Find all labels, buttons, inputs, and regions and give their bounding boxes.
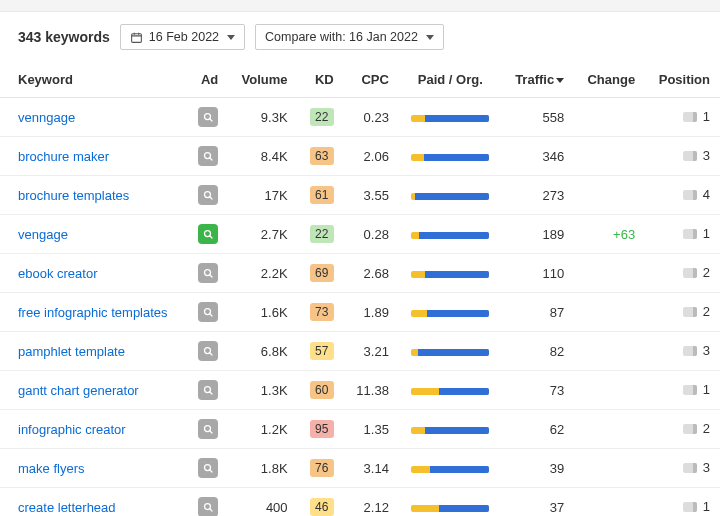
date-picker-label: 16 Feb 2022 [149, 30, 219, 44]
cell-cpc: 2.68 [344, 254, 399, 293]
col-paid-org[interactable]: Paid / Org. [399, 64, 502, 98]
cell-traffic: 346 [502, 137, 574, 176]
kd-badge: 22 [310, 108, 334, 126]
kd-badge: 57 [310, 342, 334, 360]
keyword-count: 343 keywords [18, 29, 110, 45]
table-row: free infographic templates1.6K731.89872 [0, 293, 720, 332]
cell-volume: 9.3K [228, 98, 297, 137]
col-position[interactable]: Position [645, 64, 720, 98]
col-ad[interactable]: Ad [186, 64, 228, 98]
keyword-link[interactable]: gantt chart generator [18, 383, 139, 398]
ad-icon[interactable] [198, 341, 218, 361]
cell-cpc: 2.12 [344, 488, 399, 517]
serp-chip-icon[interactable] [683, 502, 697, 512]
cell-change [574, 254, 645, 293]
paid-org-bar [411, 115, 489, 122]
keyword-link[interactable]: make flyers [18, 461, 84, 476]
cell-traffic: 558 [502, 98, 574, 137]
kd-badge: 46 [310, 498, 334, 516]
cell-traffic: 82 [502, 332, 574, 371]
ad-icon[interactable] [198, 419, 218, 439]
table-row: create letterhead400462.12371 [0, 488, 720, 517]
keyword-link[interactable]: free infographic templates [18, 305, 168, 320]
cell-change [574, 449, 645, 488]
cell-change [574, 137, 645, 176]
serp-chip-icon[interactable] [683, 307, 697, 317]
keyword-link[interactable]: ebook creator [18, 266, 98, 281]
kd-badge: 73 [310, 303, 334, 321]
paid-org-bar [411, 310, 489, 317]
cell-traffic: 39 [502, 449, 574, 488]
cell-traffic: 189 [502, 215, 574, 254]
serp-chip-icon[interactable] [683, 151, 697, 161]
serp-chip-icon[interactable] [683, 112, 697, 122]
col-kd[interactable]: KD [298, 64, 344, 98]
toolbar: 343 keywords 16 Feb 2022 Compare with: 1… [0, 12, 720, 64]
col-change[interactable]: Change [574, 64, 645, 98]
cell-change [574, 371, 645, 410]
paid-org-bar [411, 193, 489, 200]
serp-chip-icon[interactable] [683, 385, 697, 395]
cell-change [574, 176, 645, 215]
kd-badge: 22 [310, 225, 334, 243]
cell-cpc: 0.28 [344, 215, 399, 254]
cell-position: 4 [683, 187, 710, 202]
col-volume[interactable]: Volume [228, 64, 297, 98]
cell-position: 2 [683, 265, 710, 280]
ad-icon[interactable] [198, 302, 218, 322]
serp-chip-icon[interactable] [683, 229, 697, 239]
cell-change [574, 410, 645, 449]
keyword-link[interactable]: brochure templates [18, 188, 129, 203]
keyword-link[interactable]: brochure maker [18, 149, 109, 164]
cell-change [574, 332, 645, 371]
date-picker-button[interactable]: 16 Feb 2022 [120, 24, 245, 50]
kd-badge: 95 [310, 420, 334, 438]
serp-chip-icon[interactable] [683, 424, 697, 434]
ad-icon[interactable] [198, 107, 218, 127]
ad-icon[interactable] [198, 263, 218, 283]
kd-badge: 60 [310, 381, 334, 399]
serp-chip-icon[interactable] [683, 268, 697, 278]
col-traffic[interactable]: Traffic [502, 64, 574, 98]
ad-icon[interactable] [198, 497, 218, 516]
cell-position: 3 [683, 343, 710, 358]
cell-traffic: 87 [502, 293, 574, 332]
serp-chip-icon[interactable] [683, 346, 697, 356]
svg-rect-0 [131, 33, 141, 42]
cell-position: 2 [683, 421, 710, 436]
col-keyword[interactable]: Keyword [0, 64, 186, 98]
col-cpc[interactable]: CPC [344, 64, 399, 98]
ad-icon[interactable] [198, 185, 218, 205]
keyword-link[interactable]: create letterhead [18, 500, 116, 515]
table-row: infographic creator1.2K951.35622 [0, 410, 720, 449]
cell-traffic: 110 [502, 254, 574, 293]
cell-cpc: 2.06 [344, 137, 399, 176]
cell-cpc: 1.89 [344, 293, 399, 332]
cell-position: 3 [683, 148, 710, 163]
cell-cpc: 1.35 [344, 410, 399, 449]
chevron-down-icon [227, 35, 235, 40]
cell-position: 2 [683, 304, 710, 319]
cell-volume: 1.8K [228, 449, 297, 488]
keyword-link[interactable]: venngage [18, 110, 75, 125]
cell-volume: 400 [228, 488, 297, 517]
cell-change [574, 488, 645, 517]
cell-volume: 1.2K [228, 410, 297, 449]
top-strip [0, 0, 720, 12]
keyword-link[interactable]: pamphlet template [18, 344, 125, 359]
keyword-link[interactable]: vengage [18, 227, 68, 242]
serp-chip-icon[interactable] [683, 190, 697, 200]
cell-cpc: 0.23 [344, 98, 399, 137]
ad-icon[interactable] [198, 380, 218, 400]
compare-button[interactable]: Compare with: 16 Jan 2022 [255, 24, 444, 50]
cell-change [574, 98, 645, 137]
keyword-link[interactable]: infographic creator [18, 422, 126, 437]
table-row: make flyers1.8K763.14393 [0, 449, 720, 488]
paid-org-bar [411, 154, 489, 161]
ad-icon[interactable] [198, 146, 218, 166]
serp-chip-icon[interactable] [683, 463, 697, 473]
ad-icon[interactable] [198, 458, 218, 478]
keywords-table: Keyword Ad Volume KD CPC Paid / Org. Tra… [0, 64, 720, 516]
paid-org-bar [411, 427, 489, 434]
ad-icon[interactable] [198, 224, 218, 244]
